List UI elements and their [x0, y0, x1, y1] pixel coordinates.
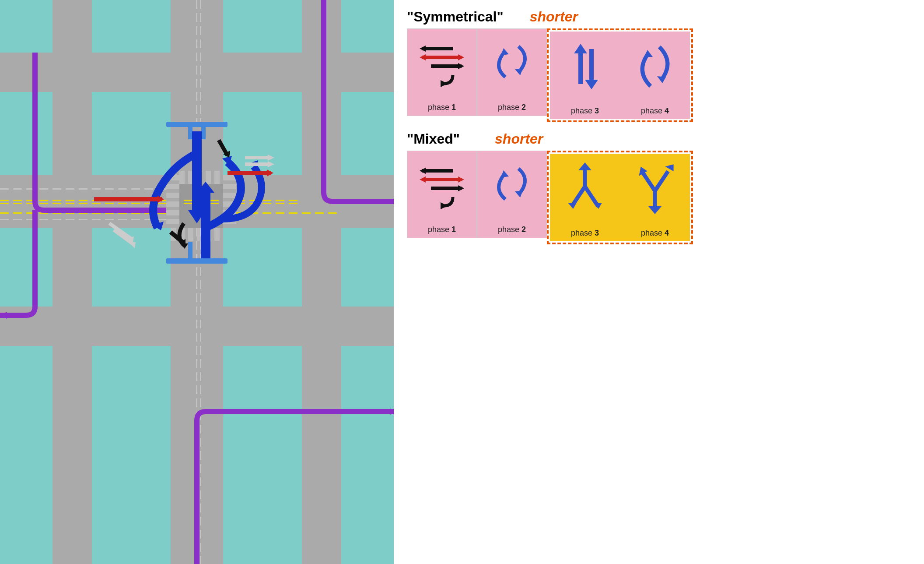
mixed-title: "Mixed" [407, 131, 460, 147]
corner-cover [0, 0, 52, 53]
sym-phase3-label: phase 3 [571, 105, 599, 116]
vdash-v2-top2 [200, 0, 201, 175]
sym-phases-row: phase 1 phase 2 [407, 28, 911, 122]
mix-phase3-arrows [556, 158, 613, 219]
mix-phase1-box: phase 1 [407, 151, 477, 238]
svg-marker-33 [420, 46, 426, 52]
svg-marker-40 [515, 68, 523, 75]
block-ml2 [0, 228, 52, 307]
ydash-h2-left [0, 200, 223, 201]
svg-marker-45 [585, 80, 598, 89]
vdash-v2-bot [196, 228, 197, 564]
svg-marker-37 [420, 54, 426, 60]
svg-marker-62 [593, 203, 602, 209]
mix-phase1-label: phase 1 [428, 223, 456, 234]
int-br [302, 307, 341, 346]
block-mc1 [92, 92, 171, 175]
right-panel: "Symmetrical" shorter [394, 0, 924, 253]
svg-marker-49 [420, 168, 426, 174]
svg-marker-55 [441, 202, 448, 209]
block-bc1 [92, 346, 171, 564]
sym-phase1-box: phase 1 [407, 28, 477, 116]
svg-marker-54 [458, 176, 464, 183]
int-bl [52, 307, 92, 346]
block-mc2 [223, 92, 302, 175]
mix-phase3-box: phase 3 [550, 154, 620, 241]
block-tc1 [92, 0, 171, 53]
symmetrical-group: "Symmetrical" shorter [407, 9, 911, 122]
mix-phase4-box: phase 4 [620, 154, 690, 241]
svg-marker-67 [665, 161, 676, 171]
int-tr [302, 53, 341, 92]
sym-phase3-box: phase 3 [550, 32, 620, 119]
ydash-h2-left2 [0, 203, 223, 204]
svg-marker-41 [501, 48, 509, 55]
shorter-label-sym: shorter [530, 9, 578, 25]
svg-marker-57 [501, 170, 509, 177]
svg-marker-51 [458, 185, 464, 191]
block-bl1 [0, 346, 52, 564]
svg-marker-69 [648, 206, 662, 214]
vdash-v2-bot2 [200, 228, 201, 564]
svg-marker-46 [657, 76, 666, 83]
sym-phase4-box: phase 4 [620, 32, 690, 119]
int-mr [302, 175, 341, 228]
svg-line-64 [642, 171, 655, 191]
mix-phase3-label: phase 3 [571, 227, 599, 238]
svg-marker-43 [574, 44, 587, 53]
block-mr1 [341, 92, 394, 175]
ldash-left [0, 188, 171, 190]
mixed-group: "Mixed" shorter phase 1 [407, 131, 911, 244]
vdash-v2-top [196, 0, 197, 175]
mix-phase4-arrows [626, 158, 683, 219]
mix-phase2-arrows [483, 155, 540, 217]
mix-phases-row: phase 1 phase 2 [407, 151, 911, 244]
svg-marker-47 [644, 50, 653, 57]
block-tc2 [223, 0, 302, 53]
svg-marker-60 [568, 203, 577, 209]
mix-phase2-box: phase 2 [477, 151, 547, 238]
mix-shorter-wrapper: phase 3 phase 4 [547, 151, 693, 244]
mix-shorter-dashed: phase 3 phase 4 [547, 151, 693, 244]
symmetrical-title: "Symmetrical" [407, 9, 504, 25]
sym-phase1-label: phase 1 [428, 101, 456, 112]
map-area [0, 0, 394, 564]
block-mc4 [223, 228, 302, 307]
svg-marker-39 [441, 80, 448, 87]
sym-phase2-label: phase 2 [498, 101, 526, 112]
sym-shorter-wrapper: phase 3 phase 4 [547, 28, 693, 122]
sym-phase2-box: phase 2 [477, 28, 547, 116]
mix-phase4-label: phase 4 [641, 227, 669, 238]
sym-phase2-arrows [483, 33, 540, 95]
sym-phase4-arrows [626, 36, 683, 97]
ldash-left2 [0, 219, 171, 220]
block-bc2 [223, 346, 302, 564]
svg-marker-53 [420, 176, 426, 183]
svg-marker-35 [458, 63, 464, 69]
ydash-h2b-left [0, 212, 171, 214]
mix-phase2-label: phase 2 [498, 223, 526, 234]
svg-marker-56 [515, 190, 523, 197]
ydash-h2b-right [223, 212, 341, 214]
cw-left-center [166, 175, 179, 228]
sym-phase1-arrows [413, 33, 470, 95]
svg-marker-38 [458, 54, 464, 60]
block-tr [341, 0, 394, 53]
svg-marker-63 [578, 162, 592, 170]
block-ml1 [0, 92, 52, 175]
cw-right-center [223, 175, 236, 228]
shorter-label-mix: shorter [495, 131, 543, 147]
int-tl [52, 53, 92, 92]
sym-shorter-dashed: phase 3 phase 4 [547, 28, 693, 122]
sym-phase3-arrows [556, 36, 613, 97]
block-br1 [341, 346, 394, 564]
block-mc3 [92, 228, 171, 307]
svg-line-66 [655, 171, 668, 191]
block-mr2 [341, 228, 394, 307]
sym-phase4-label: phase 4 [641, 105, 669, 116]
mix-phase1-arrows [413, 155, 470, 217]
